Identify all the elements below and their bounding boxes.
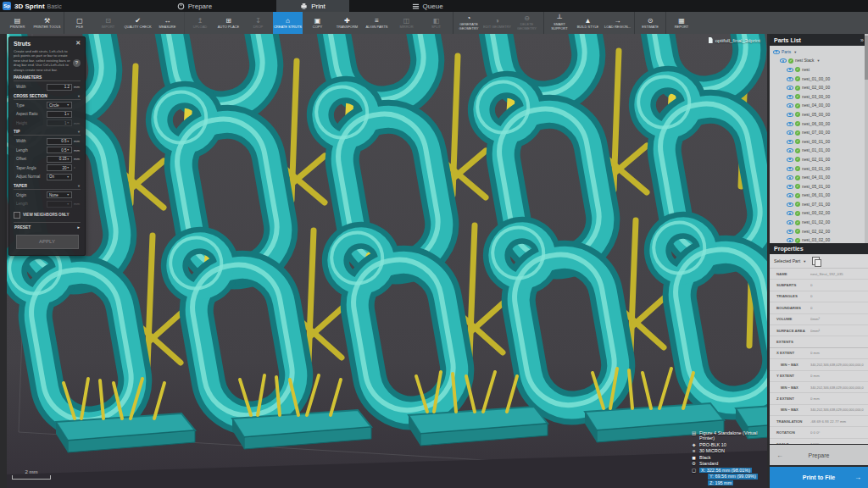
visibility-eye-icon[interactable] bbox=[787, 103, 793, 108]
visibility-eye-icon[interactable] bbox=[787, 193, 793, 197]
print-to-file-button[interactable]: Print to File → bbox=[770, 467, 868, 488]
taper-section-header[interactable]: TAPER▼ bbox=[14, 184, 81, 190]
visibility-eye-icon[interactable] bbox=[780, 58, 787, 63]
toolbar-button[interactable]: ⊖ Delete Geometry bbox=[512, 12, 542, 34]
tab-prepare[interactable]: Prepare bbox=[153, 0, 236, 12]
parts-tree-row[interactable]: ✓ nest_02_02_00 ▼ bbox=[770, 227, 868, 236]
parts-tree-row[interactable]: ✓ nest_00_01_00 ▼ bbox=[770, 137, 868, 147]
parts-tree-row[interactable]: ✓ nest_02_01_00 ▼ bbox=[770, 155, 868, 164]
toolbar-button[interactable]: ⚒ Printer Tools bbox=[32, 12, 62, 34]
visibility-eye-icon[interactable] bbox=[787, 220, 793, 225]
toolbar-button[interactable]: ◑ Edit Geometry bbox=[482, 12, 512, 34]
copy-icon[interactable] bbox=[812, 257, 820, 265]
toolbar-button[interactable]: ✚ Transform bbox=[332, 12, 362, 34]
parts-tree-row[interactable]: ✓ nest_01_01_00 ▼ bbox=[770, 147, 868, 156]
visibility-eye-icon[interactable] bbox=[787, 185, 793, 189]
tab-queue[interactable]: Queue bbox=[388, 0, 467, 12]
parts-tree-row[interactable]: ✓ nest_02_00_00 ▼ bbox=[770, 83, 868, 92]
viewport-3d-scene[interactable] bbox=[7, 34, 767, 488]
toolbar-button[interactable]: ⊞ Auto Place bbox=[214, 12, 243, 34]
toolbar-button[interactable]: ✔ Quality Check bbox=[123, 12, 153, 34]
visibility-eye-icon[interactable] bbox=[787, 86, 793, 90]
field-input[interactable]: 0.5▼ bbox=[47, 147, 72, 153]
tip-section-header[interactable]: TIP▼ bbox=[14, 130, 81, 136]
chevron-down-icon[interactable]: ▼ bbox=[793, 50, 797, 54]
parts-tree-row[interactable]: ✓ nest_04_00_00 ▼ bbox=[770, 102, 868, 111]
field-input[interactable]: 0.15▼ bbox=[47, 156, 72, 163]
viewport[interactable]: optifull_final_3dprint ▤ Figure 4 Standa… bbox=[7, 34, 767, 488]
help-icon[interactable]: ? bbox=[73, 59, 81, 67]
visibility-eye-icon[interactable] bbox=[787, 175, 793, 180]
visibility-eye-icon[interactable] bbox=[787, 122, 793, 126]
field-input[interactable]: On▼ bbox=[47, 174, 72, 180]
field-input[interactable]: 1▼ bbox=[47, 111, 72, 118]
toolbar-button[interactable]: ▢ File bbox=[64, 12, 93, 34]
visibility-eye-icon[interactable] bbox=[787, 230, 793, 234]
toolbar-button[interactable]: ↧ Drop bbox=[243, 12, 273, 34]
cross-section-header[interactable]: CROSS SECTION▼ bbox=[14, 94, 81, 100]
chevron-down-icon[interactable]: ▼ bbox=[816, 58, 820, 63]
field-input[interactable]: 0.5▼ bbox=[47, 138, 72, 145]
visibility-eye-icon[interactable] bbox=[773, 50, 780, 54]
visibility-eye-icon[interactable] bbox=[787, 158, 793, 162]
toolbar-button[interactable]: ↥ Upload bbox=[184, 12, 214, 34]
visibility-eye-icon[interactable] bbox=[787, 211, 793, 215]
selected-part-selector[interactable]: Selected Part ▼ bbox=[770, 254, 868, 269]
parts-tree-row[interactable]: ✓ nest ▼ bbox=[770, 65, 868, 75]
toolbar-button[interactable]: → Load Region... bbox=[603, 12, 632, 34]
parts-tree-row[interactable]: ✓ nest_01_00_00 ▼ bbox=[770, 75, 868, 84]
parts-tree-row[interactable]: ✓ nest_06_00_00 ▼ bbox=[770, 119, 868, 129]
toolbar-button[interactable]: ◔ Generate Geometry bbox=[453, 12, 482, 34]
parts-tree-row[interactable]: ✓ Parts ▼ bbox=[770, 47, 868, 57]
toolbar-button[interactable]: ▤ Printer bbox=[3, 12, 32, 34]
parts-tree-row[interactable]: ✓ nest_06_01_00 ▼ bbox=[770, 191, 868, 201]
parts-tree-row[interactable]: ✓ nest_05_00_00 ▼ bbox=[770, 110, 868, 119]
apply-button[interactable]: APPLY bbox=[16, 235, 79, 249]
parts-tree-row[interactable]: ✓ nest_07_01_00 ▼ bbox=[770, 200, 868, 209]
parts-tree-row[interactable]: ✓ nest_03_02_00 ▼ bbox=[770, 236, 868, 243]
parts-tree-row[interactable]: ✓ nest_00_02_00 ▼ bbox=[770, 209, 868, 219]
visibility-eye-icon[interactable] bbox=[787, 140, 793, 144]
field-input[interactable]: ▼ bbox=[47, 201, 72, 208]
view-neighbors-checkbox[interactable] bbox=[14, 212, 20, 219]
visibility-eye-icon[interactable] bbox=[787, 202, 793, 207]
toolbar-button[interactable]: ≡ Align Parts bbox=[362, 12, 392, 34]
parts-tree-row[interactable]: ✓ nest_03_01_00 ▼ bbox=[770, 164, 868, 174]
toolbar-button[interactable]: ▦ Report bbox=[665, 12, 695, 34]
visibility-eye-icon[interactable] bbox=[787, 148, 793, 152]
parts-tree-row[interactable]: ✓ nest Stack ▼ bbox=[770, 57, 868, 66]
visibility-eye-icon[interactable] bbox=[787, 113, 793, 117]
view-neighbors-row[interactable]: VIEW NEIGHBORS ONLY bbox=[14, 212, 81, 219]
parts-tree-row[interactable]: ✓ nest_01_02_00 ▼ bbox=[770, 218, 868, 227]
field-input[interactable]: 1▼ bbox=[47, 119, 72, 126]
toolbar-button[interactable]: ↔ Measure bbox=[153, 12, 182, 34]
parts-tree-row[interactable]: ✓ nest_07_00_00 ▼ bbox=[770, 128, 868, 137]
collapse-panel-icon[interactable]: » bbox=[860, 37, 864, 43]
parts-tree-row[interactable]: ✓ nest_05_01_00 ▼ bbox=[770, 182, 868, 191]
tab-print[interactable]: Print bbox=[276, 0, 348, 12]
visibility-eye-icon[interactable] bbox=[787, 77, 793, 81]
field-input[interactable]: None▼ bbox=[47, 191, 72, 198]
visibility-eye-icon[interactable] bbox=[787, 238, 793, 242]
toolbar-button[interactable]: ◫ Mirror bbox=[392, 12, 421, 34]
visibility-eye-icon[interactable] bbox=[787, 167, 793, 171]
preset-row[interactable]: PRESET ▸ bbox=[14, 222, 81, 231]
toolbar-button[interactable]: ◧ Split bbox=[421, 12, 451, 34]
toolbar-button[interactable]: ▲ Build Style bbox=[573, 12, 603, 34]
toolbar-button[interactable]: ▣ Copy bbox=[303, 12, 332, 34]
visibility-eye-icon[interactable] bbox=[787, 68, 793, 72]
field-input[interactable]: 20▼ bbox=[47, 164, 72, 171]
visibility-eye-icon[interactable] bbox=[787, 130, 793, 135]
prepare-button[interactable]: ← Prepare bbox=[770, 445, 868, 465]
parts-scrollbar[interactable] bbox=[865, 34, 868, 243]
toolbar-button[interactable]: ┴ Smart Support bbox=[543, 12, 573, 34]
toolbar-button[interactable]: ⌂ Create Struts bbox=[273, 12, 303, 34]
field-input[interactable]: Circle▼ bbox=[47, 102, 72, 108]
parts-tree-row[interactable]: ✓ nest_03_00_00 ▼ bbox=[770, 92, 868, 102]
parts-tree-row[interactable]: ✓ nest_04_01_00 ▼ bbox=[770, 173, 868, 182]
field-input[interactable]: 1.2 bbox=[47, 84, 72, 91]
toolbar-button[interactable]: ⊡ Import bbox=[93, 12, 123, 34]
visibility-eye-icon[interactable] bbox=[787, 95, 793, 99]
toolbar-button[interactable]: ⊙ Estimate bbox=[634, 12, 664, 34]
close-icon[interactable]: ✕ bbox=[75, 40, 81, 47]
